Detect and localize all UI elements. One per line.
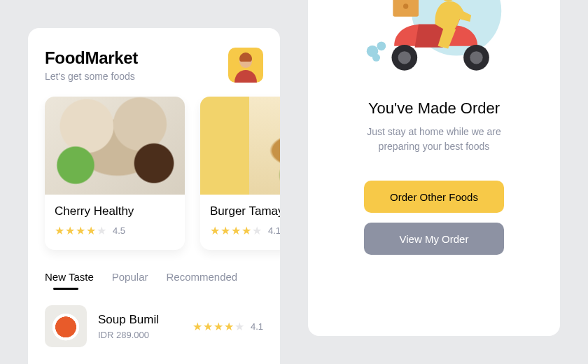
avatar[interactable] [228,48,263,83]
order-confirmation-screen: You've Made Order Just stay at home whil… [308,0,560,336]
rating: ★★★★★ 4.5 [55,224,175,237]
food-image [45,97,185,195]
order-title: You've Made Order [368,99,500,118]
food-card[interactable]: Cherry Healthy ★★★★★ 4.5 [45,97,185,250]
svg-point-3 [377,41,386,50]
delivery-illustration [330,0,538,84]
header: FoodMarket Let's get some foods [28,28,280,97]
food-list: Soup Bumil IDR 289.000 ★★★★★ 4.1 [28,293,280,347]
avatar-icon [230,52,261,83]
rating-value: 4.1 [251,321,263,332]
tab-recommended[interactable]: Recommended [166,271,237,283]
rating-value: 4.1 [268,225,280,236]
rating-value: 4.5 [113,225,125,236]
food-card-body: Burger Tamayo ★★★★★ 4.1 [200,195,280,250]
order-subtitle: Just stay at home while we are preparing… [350,125,518,154]
tab-popular[interactable]: Popular [112,271,148,283]
svg-point-4 [372,54,380,62]
food-thumb [45,305,87,347]
list-item[interactable]: Soup Bumil IDR 289.000 ★★★★★ 4.1 [45,305,263,347]
stars-icon: ★★★★★ [192,320,245,333]
svg-point-12 [403,4,408,8]
stars-icon: ★★★★★ [55,224,107,237]
food-image [200,97,280,195]
food-title: Cherry Healthy [55,204,175,218]
list-item-price: IDR 289.000 [98,330,181,340]
view-my-order-button[interactable]: View My Order [364,223,504,255]
food-carousel[interactable]: Cherry Healthy ★★★★★ 4.5 Burger Tamayo ★… [28,97,280,250]
rating: ★★★★★ 4.1 [210,224,280,237]
svg-point-8 [470,51,482,64]
header-text: FoodMarket Let's get some foods [45,48,138,82]
list-item-title: Soup Bumil [98,313,181,327]
tab-new-taste[interactable]: New Taste [45,271,94,283]
rating: ★★★★★ 4.1 [192,320,263,333]
tabs: New Taste Popular Recommended [28,250,280,293]
food-card[interactable]: Burger Tamayo ★★★★★ 4.1 [200,97,280,250]
svg-point-6 [398,51,411,64]
stars-icon: ★★★★★ [210,224,262,237]
food-title: Burger Tamayo [210,204,280,218]
brand-title: FoodMarket [45,48,138,68]
home-screen: FoodMarket Let's get some foods Cherry H… [28,28,280,364]
order-other-foods-button[interactable]: Order Other Foods [364,181,504,213]
food-card-body: Cherry Healthy ★★★★★ 4.5 [45,195,185,250]
list-item-info: Soup Bumil IDR 289.000 [98,313,181,340]
brand-tagline: Let's get some foods [45,71,138,82]
